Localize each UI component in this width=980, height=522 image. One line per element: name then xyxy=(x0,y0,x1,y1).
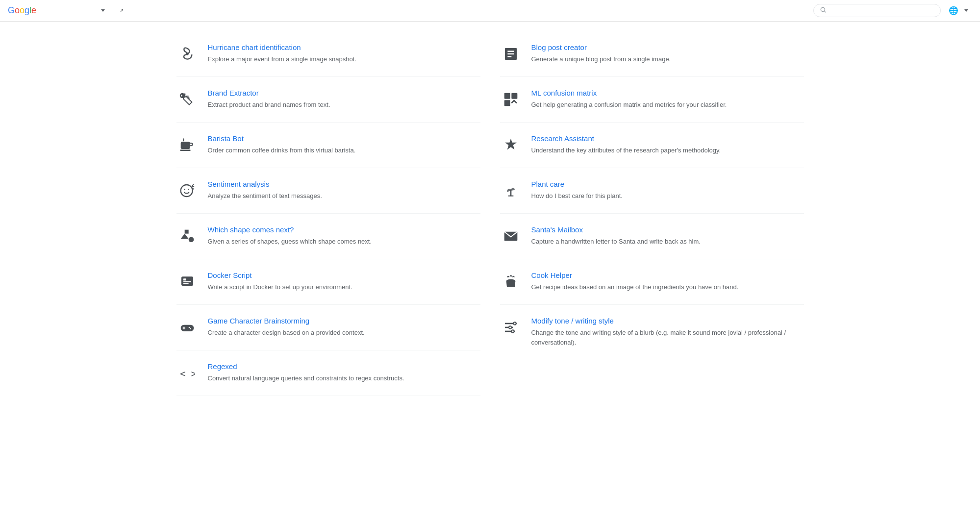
tool-title-modify-tone[interactable]: Modify tone / writing style xyxy=(531,317,804,325)
svg-point-8 xyxy=(184,189,185,190)
tools-left-column: Hurricane chart identification Explore a… xyxy=(176,31,480,396)
tool-text-game-character: Game Character Brainstorming Create a ch… xyxy=(208,317,480,338)
tool-desc-blog-post: Generate a unique blog post from a singl… xyxy=(531,54,804,64)
tool-item-modify-tone: Modify tone / writing style Change the t… xyxy=(500,305,804,359)
svg-rect-17 xyxy=(180,325,194,331)
svg-point-37 xyxy=(511,330,514,332)
svg-rect-28 xyxy=(511,93,517,99)
tool-text-barista-bot: Barista Bot Order common coffee drinks f… xyxy=(208,134,480,155)
globe-icon: 🌐 xyxy=(949,6,958,15)
svg-line-1 xyxy=(825,11,826,13)
tool-icon-brand-extractor xyxy=(176,89,198,110)
tool-icon-regexed: < > xyxy=(176,362,198,384)
svg-point-20 xyxy=(188,327,190,328)
tool-icon-shape xyxy=(176,225,198,247)
tool-desc-shape: Given a series of shapes, guess which sh… xyxy=(208,237,480,247)
tool-title-regexed[interactable]: Regexed xyxy=(208,362,480,371)
tool-desc-game-character: Create a character design based on a pro… xyxy=(208,328,480,338)
tool-item-shape: Which shape comes next? Given a series o… xyxy=(176,214,480,259)
language-button[interactable]: 🌐 xyxy=(945,6,972,15)
tool-text-ml-confusion: ML confusion matrix Get help generating … xyxy=(531,89,804,110)
tool-text-regexed: Regexed Convert natural language queries… xyxy=(208,362,480,383)
tool-icon-blog-post xyxy=(500,43,522,65)
tool-icon-modify-tone xyxy=(500,317,522,338)
nav-tools[interactable] xyxy=(93,0,111,22)
nav-gemma[interactable] xyxy=(66,0,77,22)
tool-title-game-character[interactable]: Game Character Brainstorming xyxy=(208,317,480,325)
tool-text-hurricane: Hurricane chart identification Explore a… xyxy=(208,43,480,64)
tool-desc-barista-bot: Order common coffee drinks from this vir… xyxy=(208,146,480,155)
nav-gemini-api[interactable] xyxy=(52,0,64,22)
tool-item-ml-confusion: ML confusion matrix Get help generating … xyxy=(500,77,804,123)
tool-desc-modify-tone: Change the tone and writing style of a b… xyxy=(531,328,804,347)
tool-title-sentiment[interactable]: Sentiment analysis xyxy=(208,180,480,188)
tool-text-modify-tone: Modify tone / writing style Change the t… xyxy=(531,317,804,347)
tool-text-cook-helper: Cook Helper Get recipe ideas based on an… xyxy=(531,271,804,292)
tool-item-cook-helper: Cook Helper Get recipe ideas based on an… xyxy=(500,259,804,305)
tool-desc-research-assistant: Understand the key attributes of the res… xyxy=(531,146,804,155)
tool-title-barista-bot[interactable]: Barista Bot xyxy=(208,134,480,143)
tool-title-blog-post[interactable]: Blog post creator xyxy=(531,43,804,51)
svg-rect-27 xyxy=(504,93,510,99)
tool-icon-docker xyxy=(176,271,198,293)
tool-title-ml-confusion[interactable]: ML confusion matrix xyxy=(531,89,804,97)
svg-point-21 xyxy=(190,328,191,329)
svg-point-4 xyxy=(187,97,189,99)
tool-icon-plant-care xyxy=(500,180,522,201)
external-link-icon: ↗ xyxy=(120,8,124,13)
tool-desc-cook-helper: Get recipe ideas based on an image of th… xyxy=(531,282,804,292)
tool-icon-santas-mailbox xyxy=(500,225,522,247)
tool-icon-game-character xyxy=(176,317,198,338)
tool-item-barista-bot: Barista Bot Order common coffee drinks f… xyxy=(176,123,480,168)
svg-marker-11 xyxy=(180,234,188,239)
svg-rect-29 xyxy=(504,100,510,106)
svg-rect-15 xyxy=(183,281,191,282)
tool-title-research-assistant[interactable]: Research Assistant xyxy=(531,134,804,143)
svg-point-7 xyxy=(180,185,192,197)
tool-icon-hurricane xyxy=(176,43,198,65)
search-box[interactable] xyxy=(813,4,941,17)
svg-marker-30 xyxy=(505,139,517,150)
tool-title-cook-helper[interactable]: Cook Helper xyxy=(531,271,804,279)
tool-item-plant-care: Plant care How do I best care for this p… xyxy=(500,168,804,214)
tools-right-column: Blog post creator Generate a unique blog… xyxy=(500,31,804,396)
tool-text-research-assistant: Research Assistant Understand the key at… xyxy=(531,134,804,155)
tool-desc-ml-confusion: Get help generating a confusion matrix a… xyxy=(531,100,804,110)
nav-community[interactable]: ↗ xyxy=(113,0,129,22)
tool-item-regexed: < > Regexed Convert natural language que… xyxy=(176,350,480,396)
svg-rect-5 xyxy=(180,142,190,149)
svg-point-36 xyxy=(509,326,511,328)
logo-text: Google xyxy=(8,5,36,16)
tool-desc-docker: Write a script in Docker to set up your … xyxy=(208,282,480,292)
tool-title-brand-extractor[interactable]: Brand Extractor xyxy=(208,89,480,97)
tools-grid: Hurricane chart identification Explore a… xyxy=(147,22,833,406)
svg-rect-14 xyxy=(183,278,186,280)
tool-item-hurricane: Hurricane chart identification Explore a… xyxy=(176,31,480,77)
tool-title-hurricane[interactable]: Hurricane chart identification xyxy=(208,43,480,51)
svg-point-12 xyxy=(188,237,194,242)
main-nav: Google ↗ 🌐 xyxy=(0,0,980,22)
svg-point-9 xyxy=(188,189,189,190)
tool-title-shape[interactable]: Which shape comes next? xyxy=(208,225,480,234)
svg-rect-13 xyxy=(181,276,193,286)
nav-google-ai-edge[interactable] xyxy=(79,0,91,22)
tool-desc-sentiment: Analyze the sentiment of text messages. xyxy=(208,191,480,201)
tool-title-docker[interactable]: Docker Script xyxy=(208,271,480,279)
svg-text:< >: < > xyxy=(180,369,195,379)
logo[interactable]: Google xyxy=(8,5,40,16)
language-chevron-icon xyxy=(964,9,968,12)
nav-right: 🌐 xyxy=(813,4,972,17)
tool-text-sentiment: Sentiment analysis Analyze the sentiment… xyxy=(208,180,480,201)
svg-point-0 xyxy=(821,7,825,11)
tool-desc-plant-care: How do I best care for this plant. xyxy=(531,191,804,201)
tool-icon-research-assistant xyxy=(500,134,522,156)
tool-icon-cook-helper xyxy=(500,271,522,293)
tool-title-santas-mailbox[interactable]: Santa's Mailbox xyxy=(531,225,804,234)
svg-rect-16 xyxy=(183,283,189,284)
svg-rect-6 xyxy=(180,149,190,151)
tool-item-sentiment: Sentiment analysis Analyze the sentiment… xyxy=(176,168,480,214)
svg-marker-10 xyxy=(184,230,188,234)
tool-item-blog-post: Blog post creator Generate a unique blog… xyxy=(500,31,804,77)
tool-title-plant-care[interactable]: Plant care xyxy=(531,180,804,188)
tool-text-shape: Which shape comes next? Given a series o… xyxy=(208,225,480,247)
